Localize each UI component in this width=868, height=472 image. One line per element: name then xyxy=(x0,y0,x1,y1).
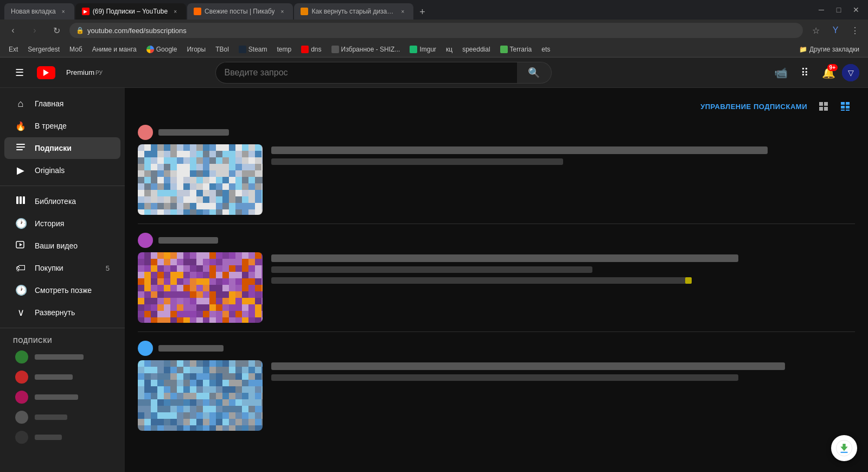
svg-rect-10 xyxy=(819,102,823,106)
search-input[interactable] xyxy=(215,62,517,84)
sidebar-item-originals[interactable]: ▶ Originals xyxy=(4,160,120,181)
download-manager-badge[interactable] xyxy=(831,435,857,461)
sub-avatar-4 xyxy=(15,411,28,424)
bookmark-speeddial-label: speeddial xyxy=(462,46,490,53)
sidebar-item-subscriptions[interactable]: Подписки xyxy=(4,137,120,159)
your-videos-icon xyxy=(15,239,26,253)
hamburger-menu-button[interactable]: ☰ xyxy=(9,62,30,84)
tab-youtube[interactable]: ▶ (69) Подписки – YouTube × xyxy=(75,3,186,20)
close-button[interactable]: ✕ xyxy=(848,2,864,17)
bookmark-ext-label: Ext xyxy=(9,46,18,53)
subscription-item-4[interactable] xyxy=(4,407,120,427)
tab-close-youtube[interactable]: × xyxy=(171,7,180,16)
sidebar-item-watch-later[interactable]: 🕐 Смотреть позже xyxy=(4,279,120,301)
play-icon xyxy=(43,69,49,76)
bookmark-steam[interactable]: Steam xyxy=(234,44,272,55)
video-thumbnail-1[interactable] xyxy=(138,144,263,215)
sidebar-purchases-label: Покупки xyxy=(35,264,97,272)
tab-other[interactable]: Как вернуть старый дизайн на... × xyxy=(294,3,413,20)
sidebar-item-history[interactable]: 🕐 История xyxy=(4,213,120,234)
apps-button[interactable]: ⠿ xyxy=(794,62,816,84)
window-controls: ─ □ ✕ xyxy=(814,2,864,17)
purchases-badge: 5 xyxy=(106,264,110,272)
svg-rect-2 xyxy=(16,144,25,145)
bookmark-tbol[interactable]: TBol xyxy=(211,44,233,55)
list-view-button[interactable] xyxy=(835,97,855,116)
bookmark-sergerdest[interactable]: Sergerdest xyxy=(23,44,64,55)
lock-icon: 🔒 xyxy=(76,27,84,34)
channel-3-info xyxy=(138,341,224,356)
bookmark-temp[interactable]: temp xyxy=(273,44,296,55)
forward-button[interactable]: › xyxy=(26,22,43,39)
youtube-logo[interactable] xyxy=(37,66,55,79)
youtube-main-content: УПРАВЛЕНИЕ ПОДПИСКАМИ xyxy=(125,88,868,472)
bookmark-favorites[interactable]: Избранное - SHIZ... xyxy=(327,44,405,55)
search-button[interactable]: 🔍 xyxy=(517,62,552,84)
search-bar: 🔍 xyxy=(215,62,552,84)
tab-close-other[interactable]: × xyxy=(398,7,407,16)
channel-3-name xyxy=(158,345,224,352)
other-favicon xyxy=(301,8,308,15)
section-divider-1 xyxy=(138,224,855,224)
bookmark-imgur[interactable]: Imgur xyxy=(405,44,441,55)
bookmark-google[interactable]: Google xyxy=(142,44,182,55)
tab-close-pikabu[interactable]: × xyxy=(278,7,286,16)
camera-button[interactable]: 📹 xyxy=(770,62,792,84)
bookmark-star-button[interactable]: ☆ xyxy=(807,22,825,39)
tab-close-new-tab[interactable]: × xyxy=(59,7,68,16)
bookmark-mob[interactable]: Моб xyxy=(65,44,87,55)
back-button[interactable]: ‹ xyxy=(4,22,22,39)
bookmark-terraria[interactable]: Terraria xyxy=(496,44,537,55)
grid-view-button[interactable] xyxy=(814,97,833,116)
bookmark-ext[interactable]: Ext xyxy=(4,44,22,55)
bookmark-games[interactable]: Игоры xyxy=(182,44,210,55)
subscription-item-5[interactable] xyxy=(4,428,120,447)
refresh-button[interactable]: ↻ xyxy=(48,22,65,39)
premium-text: Premium xyxy=(66,68,94,76)
maximize-button[interactable]: □ xyxy=(831,2,846,17)
more-menu-button[interactable]: ⋮ xyxy=(846,22,864,39)
svg-text:▽: ▽ xyxy=(847,68,853,77)
bookmark-ets-label: ets xyxy=(541,46,550,53)
youtube-app: ☰ Premium РУ 🔍 📹 ⠿ 🔔 9+ ▽ xyxy=(0,58,868,472)
tab-pikabu[interactable]: Свежие посты | Пикабу × xyxy=(187,3,293,20)
sidebar-item-trending[interactable]: 🔥 В тренде xyxy=(4,115,120,137)
svg-rect-16 xyxy=(841,106,845,109)
notifications-button[interactable]: 🔔 9+ xyxy=(818,62,840,84)
svg-rect-14 xyxy=(841,102,845,105)
sidebar-item-purchases[interactable]: 🏷 Покупки 5 xyxy=(4,257,120,279)
svg-rect-7 xyxy=(23,196,25,204)
video-thumbnail-2[interactable] xyxy=(138,252,263,323)
sidebar-item-library[interactable]: Библиотека xyxy=(4,190,120,212)
user-avatar[interactable]: ▽ xyxy=(842,64,859,81)
subscription-item-1[interactable] xyxy=(4,347,120,367)
bookmark-kts-label: кц xyxy=(446,46,452,53)
manage-subscriptions-link[interactable]: УПРАВЛЕНИЕ ПОДПИСКАМИ xyxy=(700,103,807,111)
tab-new-tab[interactable]: Новая вкладка × xyxy=(4,3,74,20)
video-info-2 xyxy=(271,252,855,323)
url-bar[interactable]: 🔒 youtube.com/feed/subscriptions xyxy=(69,23,803,38)
bookmark-speeddial[interactable]: speeddial xyxy=(458,44,494,55)
bookmark-mob-label: Моб xyxy=(69,46,82,53)
section-divider-2 xyxy=(138,331,855,332)
other-bookmarks-button[interactable]: 📁 Другие закладки xyxy=(795,44,864,55)
bookmark-kts[interactable]: кц xyxy=(442,44,457,55)
subscription-item-3[interactable] xyxy=(4,387,120,407)
sidebar-your-videos-label: Ваши видео xyxy=(35,241,110,250)
premium-logo[interactable]: Premium РУ xyxy=(66,68,103,76)
new-tab-button[interactable]: + xyxy=(414,4,430,20)
sidebar-item-expand[interactable]: ∨ Развернуть xyxy=(4,302,120,323)
yandex-icon-button[interactable]: Y xyxy=(827,22,844,39)
bookmark-ets[interactable]: ets xyxy=(537,44,554,55)
sidebar-item-your-videos[interactable]: Ваши видео xyxy=(4,235,120,257)
minimize-button[interactable]: ─ xyxy=(814,2,829,17)
svg-rect-13 xyxy=(824,107,828,111)
bookmark-dns[interactable]: dns xyxy=(297,44,326,55)
view-toggle xyxy=(814,97,855,116)
bookmark-anime[interactable]: Аниме и манга xyxy=(88,44,141,55)
header-actions: 📹 ⠿ 🔔 9+ ▽ xyxy=(770,62,859,84)
subscription-item-2[interactable] xyxy=(4,367,120,387)
sidebar-item-home[interactable]: ⌂ Главная xyxy=(4,93,120,114)
section-3-header xyxy=(138,341,855,356)
video-thumbnail-3[interactable] xyxy=(138,360,263,431)
